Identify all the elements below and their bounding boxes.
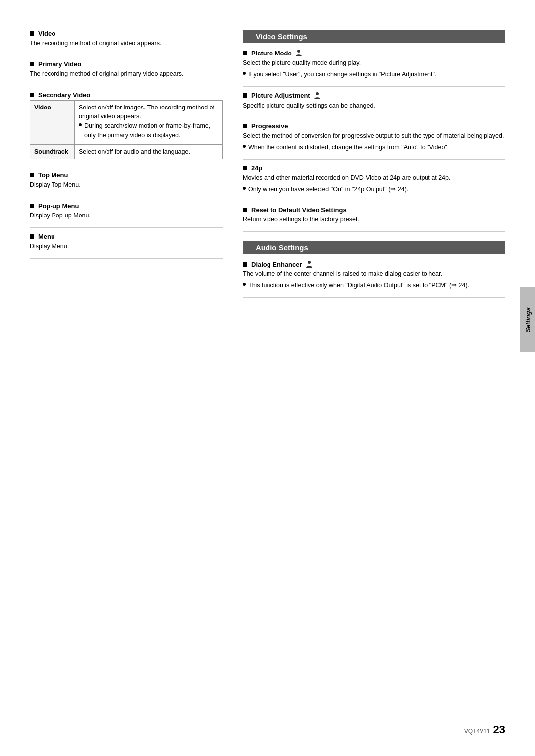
picture-mode-title: Picture Mode [243, 49, 505, 57]
picture-mode-text: Select the picture quality mode during p… [243, 58, 505, 68]
secondary-video-table: Video Select on/off for images. The reco… [30, 100, 223, 160]
bullet-dot-icon [79, 123, 82, 126]
page-number: 23 [493, 723, 505, 736]
svg-point-2 [308, 261, 311, 264]
left-column: Video The recording method of original v… [30, 30, 238, 726]
divider-r3 [243, 159, 505, 160]
divider-r5 [243, 231, 505, 232]
page-container: Video The recording method of original v… [0, 0, 535, 756]
divider-6 [30, 258, 223, 259]
top-menu-title: Top Menu [30, 171, 223, 179]
p24-section: 24p Movies and other material recorded o… [243, 164, 505, 194]
table-row: Video Select on/off for images. The reco… [30, 100, 223, 144]
video-title: Video [30, 30, 223, 37]
video-section: Video The recording method of original v… [30, 30, 223, 48]
table-cell-header: Video [30, 100, 75, 144]
table-cell-header: Soundtrack [30, 144, 75, 159]
picture-mode-section: Picture Mode Select the picture quality … [243, 49, 505, 79]
divider-1 [30, 55, 223, 55]
divider-4 [30, 197, 223, 197]
top-menu-text: Display Top Menu. [30, 180, 223, 190]
right-column: Video Settings Picture Mode Select the p… [238, 30, 505, 726]
bullet-icon [30, 234, 34, 239]
primary-video-title: Primary Video [30, 60, 223, 68]
bullet-icon [243, 93, 247, 98]
primary-video-section: Primary Video The recording method of or… [30, 60, 223, 79]
reset-title: Reset to Default Video Settings [243, 206, 505, 214]
table-cell-content: Select on/off for audio and the language… [75, 144, 223, 159]
progressive-bullet: When the content is distorted, change th… [243, 143, 505, 152]
picture-adjustment-text: Specific picture quality settings can be… [243, 101, 505, 110]
dialog-enhancer-title: Dialog Enhancer [243, 260, 505, 268]
bullet-icon [30, 204, 34, 208]
side-tab: Settings [520, 287, 535, 352]
divider-r1 [243, 86, 505, 87]
bullet-icon [243, 262, 247, 267]
bullet-dot-icon [243, 145, 246, 148]
divider-2 [30, 86, 223, 86]
divider-5 [30, 227, 223, 228]
person-icon [314, 92, 321, 100]
svg-point-1 [316, 92, 319, 95]
video-text: The recording method of original video a… [30, 39, 223, 48]
popup-menu-text: Display Pop-up Menu. [30, 211, 223, 220]
bullet-icon [30, 62, 34, 66]
picture-adjustment-title: Picture Adjustment [243, 92, 505, 100]
secondary-video-title: Secondary Video [30, 91, 223, 99]
top-menu-section: Top Menu Display Top Menu. [30, 171, 223, 190]
p24-title: 24p [243, 164, 505, 172]
video-settings-header: Video Settings [243, 30, 505, 43]
bullet-icon [243, 208, 247, 212]
secondary-video-section: Secondary Video Video Select on/off for … [30, 91, 223, 160]
progressive-text: Select the method of conversion for prog… [243, 131, 505, 141]
side-tab-label: Settings [524, 307, 532, 332]
svg-point-0 [297, 50, 300, 53]
divider-r6 [243, 297, 505, 298]
bullet-icon [243, 124, 247, 128]
table-cell-content: Select on/off for images. The recording … [75, 100, 223, 144]
popup-menu-section: Pop-up Menu Display Pop-up Menu. [30, 202, 223, 220]
menu-section: Menu Display Menu. [30, 233, 223, 251]
menu-title: Menu [30, 233, 223, 240]
reset-text: Return video settings to the factory pre… [243, 215, 505, 224]
divider-r4 [243, 201, 505, 201]
progressive-section: Progressive Select the method of convers… [243, 122, 505, 152]
picture-adjustment-section: Picture Adjustment Specific picture qual… [243, 92, 505, 110]
bullet-dot-icon [243, 283, 246, 286]
bullet-dot-icon [243, 72, 246, 75]
model-code: VQT4V11 [464, 728, 490, 735]
p24-bullet: Only when you have selected "On" in "24p… [243, 185, 505, 194]
bullet-icon [243, 166, 247, 170]
p24-text: Movies and other material recorded on DV… [243, 173, 505, 183]
footer: VQT4V11 23 [464, 723, 505, 736]
table-row: Soundtrack Select on/off for audio and t… [30, 144, 223, 159]
person-icon [306, 260, 313, 268]
primary-video-text: The recording method of original primary… [30, 69, 223, 79]
progressive-title: Progressive [243, 122, 505, 130]
picture-mode-bullet: If you select "User", you can change set… [243, 70, 505, 79]
popup-menu-title: Pop-up Menu [30, 202, 223, 210]
bullet-item: During search/slow motion or frame-by-fr… [79, 121, 218, 140]
dialog-enhancer-section: Dialog Enhancer The volume of the center… [243, 260, 505, 290]
divider-3 [30, 166, 223, 166]
bullet-icon [30, 31, 34, 36]
bullet-icon [30, 93, 34, 97]
menu-text: Display Menu. [30, 242, 223, 251]
divider-r2 [243, 117, 505, 117]
reset-section: Reset to Default Video Settings Return v… [243, 206, 505, 224]
audio-settings-header: Audio Settings [243, 241, 505, 254]
bullet-dot-icon [243, 187, 246, 190]
dialog-enhancer-bullet: This function is effective only when "Di… [243, 281, 505, 290]
bullet-icon [30, 173, 34, 177]
person-icon [295, 49, 302, 57]
bullet-icon [243, 51, 247, 55]
dialog-enhancer-text: The volume of the center channel is rais… [243, 270, 505, 279]
